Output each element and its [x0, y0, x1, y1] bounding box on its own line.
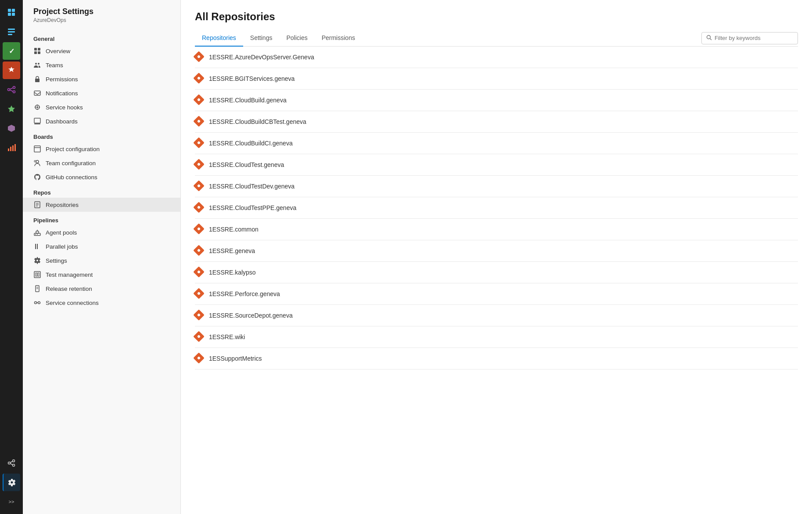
home-icon[interactable] — [3, 4, 20, 21]
connections-nav-icon[interactable] — [3, 454, 20, 472]
svg-rect-24 — [38, 51, 40, 54]
repo-diamond-icon — [195, 160, 204, 169]
repo-name: 1ESSRE.CloudBuildCI.geneva — [209, 140, 293, 147]
dashboards-icon — [33, 117, 41, 125]
svg-rect-27 — [35, 79, 40, 82]
sidebar-item-service-hooks[interactable]: Service hooks — [23, 100, 180, 114]
svg-rect-13 — [10, 147, 11, 151]
repo-row[interactable]: 1ESSRE.CloudBuildCBTest.geneva — [195, 111, 798, 133]
sidebar-item-permissions[interactable]: Permissions — [23, 72, 180, 86]
svg-point-55 — [707, 35, 711, 39]
svg-rect-3 — [12, 13, 15, 16]
repo-row[interactable]: 1ESSRE.BGITServices.geneva — [195, 68, 798, 90]
svg-rect-31 — [34, 118, 40, 123]
collapse-icon[interactable]: >> — [3, 493, 20, 510]
activity-bar: ✓ >> — [0, 0, 23, 514]
repo-diamond-icon — [195, 53, 204, 62]
test-management-label: Test management — [46, 271, 173, 278]
svg-point-8 — [13, 87, 15, 89]
repo-row[interactable]: 1ESSRE.CloudTest.geneva — [195, 154, 798, 176]
svg-rect-23 — [34, 51, 37, 54]
sidebar-item-project-config[interactable]: Project configuration — [23, 142, 180, 156]
sidebar-item-repositories[interactable]: Repositories — [23, 198, 180, 212]
repo-diamond-icon — [195, 74, 204, 83]
tab-settings[interactable]: Settings — [243, 30, 280, 47]
repo-row[interactable]: 1ESSRE.CloudBuildCI.geneva — [195, 133, 798, 154]
notifications-label: Notifications — [46, 90, 173, 97]
release-retention-icon — [33, 285, 41, 293]
svg-point-42 — [35, 234, 36, 235]
filter-input[interactable] — [715, 35, 793, 41]
sidebar-item-teams[interactable]: Teams — [23, 58, 180, 72]
repo-row[interactable]: 1ESSupportMetrics — [195, 348, 798, 369]
repo-row[interactable]: 1ESSRE.CloudBuild.geneva — [195, 90, 798, 111]
repo-diamond-icon — [195, 203, 204, 212]
repo-row[interactable]: 1ESSRE.SourceDepot.geneva — [195, 305, 798, 326]
repo-diamond-icon — [195, 246, 204, 255]
repo-diamond-icon — [195, 290, 204, 298]
repo-row[interactable]: 1ESSRE.kalypso — [195, 262, 798, 283]
repo-row[interactable]: 1ESSRE.CloudTestPPE.geneva — [195, 197, 798, 219]
repo-row[interactable]: 1ESSRE.Perforce.geneva — [195, 283, 798, 305]
repo-row[interactable]: 1ESSRE.CloudTestDev.geneva — [195, 176, 798, 197]
svg-rect-22 — [38, 48, 40, 51]
agent-pools-icon — [33, 228, 41, 236]
dashboards-label: Dashboards — [46, 118, 173, 125]
svg-rect-5 — [8, 31, 15, 33]
filter-icon — [706, 35, 712, 42]
sidebar-item-notifications[interactable]: Notifications — [23, 86, 180, 100]
repo-row[interactable]: 1ESSRE.common — [195, 219, 798, 240]
pipelines-nav-icon[interactable] — [3, 81, 20, 98]
team-config-icon — [33, 159, 41, 167]
artifacts-nav-icon[interactable] — [3, 119, 20, 137]
svg-rect-4 — [8, 29, 15, 30]
settings-pipelines-label: Settings — [46, 257, 173, 264]
repos-icon[interactable] — [3, 62, 20, 79]
sidebar-item-agent-pools[interactable]: Agent pools — [23, 225, 180, 239]
boards-nav-icon[interactable] — [3, 23, 20, 40]
sidebar-item-dashboards[interactable]: Dashboards — [23, 114, 180, 128]
service-hooks-label: Service hooks — [46, 104, 173, 111]
svg-rect-6 — [8, 34, 12, 35]
sidebar-item-settings-pipelines[interactable]: Settings — [23, 253, 180, 268]
section-header-pipelines: Pipelines — [23, 212, 180, 225]
notifications-icon — [33, 89, 41, 97]
sidebar-item-team-config[interactable]: Team configuration — [23, 156, 180, 170]
sidebar-item-test-management[interactable]: Test management — [23, 268, 180, 282]
svg-rect-1 — [12, 9, 15, 12]
work-items-icon[interactable]: ✓ — [3, 42, 20, 60]
repo-name: 1ESSRE.AzureDevOpsServer.Geneva — [209, 54, 314, 61]
repo-row[interactable]: 1ESSRE.geneva — [195, 240, 798, 262]
sidebar-item-release-retention[interactable]: Release retention — [23, 282, 180, 296]
repo-name: 1ESSRE.SourceDepot.geneva — [209, 312, 293, 319]
agent-pools-label: Agent pools — [46, 229, 173, 236]
sidebar-item-overview[interactable]: Overview — [23, 44, 180, 58]
tabs-row: Repositories Settings Policies Permissio… — [195, 30, 798, 47]
repositories-label: Repositories — [46, 202, 173, 208]
svg-point-43 — [37, 234, 38, 235]
repo-row[interactable]: 1ESSRE.AzureDevOpsServer.Geneva — [195, 47, 798, 68]
repo-name: 1ESSRE.CloudTestDev.geneva — [209, 183, 295, 190]
tab-policies[interactable]: Policies — [279, 30, 314, 47]
tab-permissions[interactable]: Permissions — [315, 30, 362, 47]
repo-row[interactable]: 1ESSRE.wiki — [195, 326, 798, 348]
repo-name: 1ESSRE.CloudBuildCBTest.geneva — [209, 118, 306, 125]
tab-repositories[interactable]: Repositories — [195, 30, 243, 47]
sidebar-item-parallel-jobs[interactable]: Parallel jobs — [23, 239, 180, 253]
service-connections-label: Service connections — [46, 300, 173, 306]
svg-point-35 — [36, 160, 39, 163]
analytics-nav-icon[interactable] — [3, 139, 20, 156]
github-label: GitHub connections — [46, 174, 173, 181]
svg-point-9 — [13, 91, 15, 93]
sidebar-item-service-connections[interactable]: Service connections — [23, 296, 180, 310]
settings-nav-icon[interactable] — [3, 474, 20, 491]
repo-diamond-icon — [195, 182, 204, 191]
teams-label: Teams — [46, 62, 173, 69]
repo-diamond-icon — [195, 354, 204, 363]
sidebar-item-github[interactable]: GitHub connections — [23, 170, 180, 184]
project-subtitle: AzureDevOps — [33, 17, 173, 23]
repo-name: 1ESSRE.CloudTestPPE.geneva — [209, 204, 296, 211]
repo-diamond-icon — [195, 225, 204, 234]
testplans-nav-icon[interactable] — [3, 100, 20, 118]
overview-label: Overview — [46, 48, 173, 54]
